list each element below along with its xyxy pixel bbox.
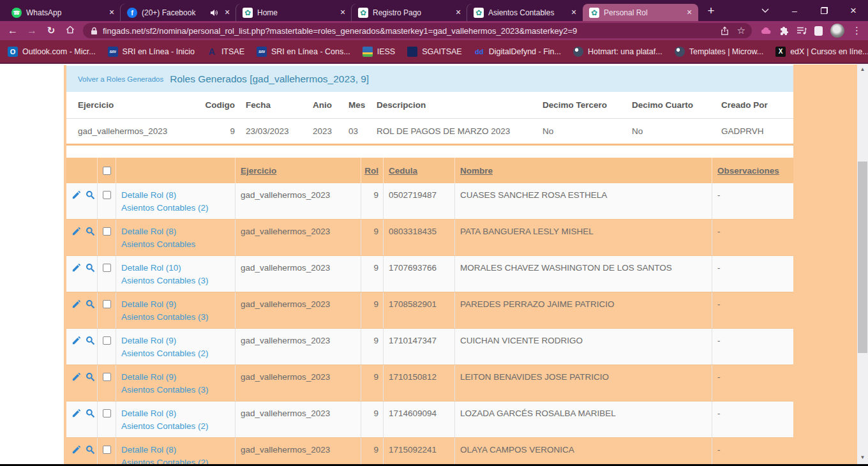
new-tab-button[interactable]: + (702, 2, 720, 20)
profile-avatar[interactable] (830, 24, 844, 38)
tab-personal-rol-active[interactable]: ✿ Personal Rol × (583, 4, 698, 21)
sort-header-nombre[interactable]: Nombre (455, 166, 493, 176)
bookmark-sgaitsae[interactable]: SGAITSAE (407, 47, 462, 57)
detalle-rol-link[interactable]: Detalle Rol (8) (116, 189, 235, 202)
asientos-contables-link[interactable]: Asientos Contables (2) (116, 420, 235, 433)
bookmark-outlook[interactable]: O Outlook.com - Micr... (8, 47, 96, 57)
row-checkbox[interactable] (103, 300, 111, 308)
facebook-icon: f (127, 8, 137, 18)
asientos-contables-link[interactable]: Asientos Contables (2) (116, 347, 235, 360)
scroll-up-arrow[interactable]: ▲ (857, 65, 868, 74)
edit-pencil-icon[interactable] (71, 409, 81, 437)
row-checkbox[interactable] (103, 191, 111, 199)
close-tab-icon[interactable]: × (684, 8, 694, 18)
tab-search-chevron-icon[interactable] (751, 0, 780, 21)
bookmark-digitaldefynd[interactable]: dd DigitalDefynd - Fin... (474, 47, 561, 57)
bookmark-star-icon[interactable]: ☆ (737, 25, 745, 36)
sort-header-observaciones[interactable]: Observaciones (712, 166, 779, 176)
view-magnifier-icon[interactable] (86, 372, 95, 401)
view-magnifier-icon[interactable] (86, 227, 95, 255)
view-magnifier-icon[interactable] (86, 263, 95, 292)
detalle-rol-link[interactable]: Detalle Rol (8) (116, 407, 235, 420)
share-icon[interactable] (720, 26, 730, 36)
detalle-rol-link[interactable]: Detalle Rol (10) (116, 262, 235, 274)
detalle-rol-link[interactable]: Detalle Rol (8) (116, 444, 235, 456)
view-magnifier-icon[interactable] (86, 190, 95, 219)
minimize-button[interactable]: – (780, 0, 809, 21)
row-checkbox[interactable] (103, 446, 111, 454)
tab-facebook[interactable]: f (20+) Facebook × (121, 4, 236, 21)
home-button[interactable] (64, 25, 77, 37)
edit-pencil-icon[interactable] (71, 299, 81, 328)
itsae-favicon-icon: A (207, 47, 217, 57)
forward-button[interactable]: → (26, 25, 38, 36)
scrollbar-thumb[interactable] (858, 162, 867, 353)
bookmark-edx[interactable]: X edX | Cursos en líne... (775, 47, 868, 57)
close-tab-icon[interactable]: × (453, 8, 463, 18)
close-tab-icon[interactable]: × (338, 8, 348, 18)
playlist-extension-icon[interactable] (797, 26, 807, 35)
asientos-contables-link[interactable]: Asientos Contables (116, 238, 235, 251)
back-to-roles-link[interactable]: Volver a Roles Generados (78, 75, 163, 83)
select-all-checkbox[interactable] (103, 167, 111, 175)
cell-ejercicio: gad_vallehermos_2023 (235, 292, 361, 328)
extensions-puzzle-icon[interactable] (779, 26, 789, 36)
bookmark-label: SRI en Línea - Cons... (271, 47, 350, 56)
bookmark-sri-inicio[interactable]: SRI SRI en Línea - Inicio (108, 47, 195, 57)
edit-pencil-icon[interactable] (71, 445, 81, 465)
cell-rol: 9 (361, 256, 383, 292)
edit-pencil-icon[interactable] (71, 263, 81, 292)
close-tab-icon[interactable]: × (569, 8, 579, 18)
bookmark-templates[interactable]: Templates | Microw... (675, 47, 763, 57)
kebab-menu-icon[interactable]: ⋮ (852, 25, 862, 36)
row-checkbox[interactable] (103, 264, 111, 272)
cell-cedula: 1715092241 (383, 438, 454, 465)
detalle-rol-link[interactable]: Detalle Rol (9) (116, 371, 235, 384)
sidebar-icon[interactable] (814, 26, 823, 36)
bookmark-hotmart[interactable]: Hotmart: una plataf... (573, 47, 662, 57)
view-magnifier-icon[interactable] (86, 445, 95, 465)
asientos-contables-link[interactable]: Asientos Contables (3) (116, 274, 235, 287)
asientos-contables-link[interactable]: Asientos Contables (3) (116, 311, 235, 324)
close-window-button[interactable]: × (839, 0, 868, 21)
row-checkbox[interactable] (103, 373, 111, 381)
detail-table: Ejercicio Rol Cedula Nombre Observacione… (66, 158, 793, 465)
scroll-down-arrow[interactable]: ▼ (857, 453, 868, 462)
sort-header-cedula[interactable]: Cedula (384, 166, 417, 176)
edit-pencil-icon[interactable] (71, 336, 81, 365)
detalle-rol-link[interactable]: Detalle Rol (8) (116, 225, 235, 238)
asientos-contables-link[interactable]: Asientos Contables (3) (116, 384, 235, 396)
row-checkbox[interactable] (103, 227, 111, 236)
row-checkbox[interactable] (103, 409, 111, 417)
edit-pencil-icon[interactable] (71, 372, 81, 401)
detalle-rol-link[interactable]: Detalle Rol (9) (116, 298, 235, 311)
asientos-contables-link[interactable]: Asientos Contables (2) (116, 202, 235, 214)
back-button[interactable]: ← (6, 25, 19, 36)
tab-whatsapp[interactable]: ☎ WhatsApp × (5, 4, 121, 21)
edit-pencil-icon[interactable] (71, 190, 81, 219)
close-tab-icon[interactable]: × (107, 8, 117, 18)
sort-header-ejercicio[interactable]: Ejercicio (236, 166, 276, 176)
sort-header-rol[interactable]: Rol (361, 166, 383, 176)
address-bar[interactable]: fingads.net/sf2/nomina/personal_rol_list… (83, 23, 752, 38)
row-checkbox[interactable] (103, 336, 111, 345)
restore-button[interactable] (809, 0, 839, 21)
edit-pencil-icon[interactable] (71, 227, 81, 255)
cloud-extension-icon[interactable] (761, 27, 772, 34)
bookmark-itsae[interactable]: A ITSAE (207, 47, 244, 57)
audio-speaker-icon[interactable] (210, 9, 218, 17)
page-scrollbar[interactable]: ▲ ▼ (857, 64, 868, 465)
close-tab-icon[interactable]: × (222, 8, 232, 18)
browser-toolbar: ← → ↻ fingads.net/sf2/nomina/personal_ro… (0, 21, 868, 40)
lock-icon[interactable] (91, 27, 98, 35)
tab-asientos-contables[interactable]: ✿ Asientos Contables × (467, 4, 583, 21)
tab-registro-pago[interactable]: ✿ Registro Pago × (352, 4, 467, 21)
view-magnifier-icon[interactable] (86, 336, 95, 365)
bookmark-sri-consultas[interactable]: SRI SRI en Línea - Cons... (257, 47, 350, 57)
detalle-rol-link[interactable]: Detalle Rol (9) (116, 334, 235, 347)
tab-home[interactable]: ✿ Home × (236, 4, 352, 21)
view-magnifier-icon[interactable] (86, 299, 95, 328)
bookmark-iess[interactable]: IESS (363, 47, 396, 57)
view-magnifier-icon[interactable] (86, 409, 95, 437)
reload-button[interactable]: ↻ (45, 25, 57, 36)
